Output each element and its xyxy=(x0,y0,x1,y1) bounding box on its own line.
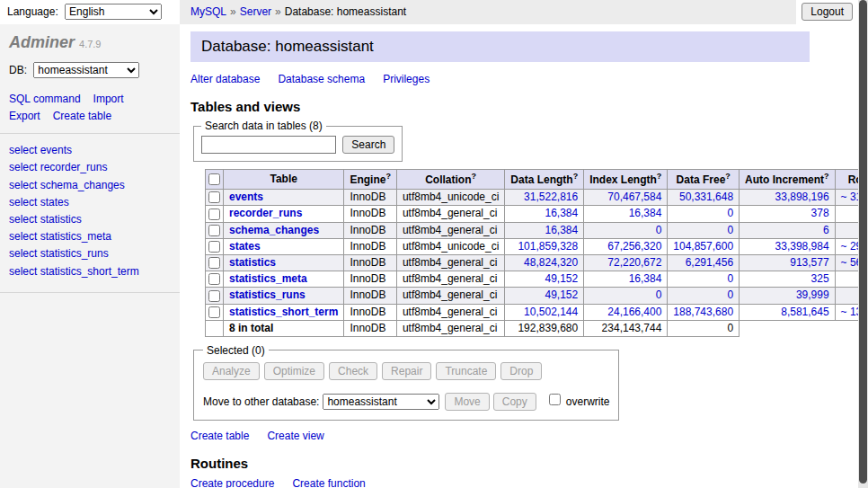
row-checkbox[interactable] xyxy=(208,273,220,285)
data-length-link[interactable]: 16,384 xyxy=(545,207,578,219)
auto-increment-link[interactable]: 6 xyxy=(823,224,829,236)
copy-button[interactable]: Copy xyxy=(493,393,536,411)
auto-increment-link[interactable]: 378 xyxy=(811,207,829,219)
data-free-link[interactable]: 6,291,456 xyxy=(686,256,733,269)
auto-increment-link[interactable]: 8,581,645 xyxy=(781,306,828,318)
data-free-link[interactable]: 104,857,600 xyxy=(673,240,733,253)
table-recorder-runs-link[interactable]: recorder_runs xyxy=(229,207,302,219)
move-db-select[interactable]: homeassistant xyxy=(323,394,439,410)
row-checkbox[interactable] xyxy=(208,290,220,302)
index-length-link[interactable]: 67,256,320 xyxy=(607,240,661,253)
table-schema-changes-link[interactable]: schema_changes xyxy=(229,224,319,236)
data-length-link[interactable]: 10,502,144 xyxy=(524,306,578,318)
bulk-drop-button[interactable]: Drop xyxy=(500,362,542,380)
table-statistics-short-term-link[interactable]: statistics_short_term xyxy=(229,306,338,318)
auto-increment-link[interactable]: 33,898,196 xyxy=(775,191,829,203)
create-function-link[interactable]: Create function xyxy=(292,477,365,488)
bulk-optimize-button[interactable]: Optimize xyxy=(264,362,324,380)
table-statistics-runs-link[interactable]: statistics_runs xyxy=(229,288,306,301)
sidebar-table-item: select statistics_short_term xyxy=(9,263,171,280)
sidebar-select-events-link[interactable]: select events xyxy=(9,144,72,156)
index-length-link[interactable]: 16,384 xyxy=(629,207,662,219)
auto-increment-link[interactable]: 33,398,984 xyxy=(775,240,829,253)
row-checkbox[interactable] xyxy=(208,306,220,318)
sidebar-select-recorder-runs-link[interactable]: select recorder_runs xyxy=(9,161,107,173)
table-events-link[interactable]: events xyxy=(229,191,263,203)
total-data-free-cell: 0 xyxy=(668,320,740,336)
row-checkbox[interactable] xyxy=(208,257,220,269)
create-table-link[interactable]: Create table xyxy=(190,430,249,442)
search-input[interactable] xyxy=(201,136,336,154)
auto-increment-cell: 8,581,645 xyxy=(740,304,836,320)
sidebar-link-import[interactable]: Import xyxy=(93,93,124,105)
privileges-link[interactable]: Privileges xyxy=(383,73,430,85)
data-length-link[interactable]: 49,152 xyxy=(545,288,578,301)
breadcrumb-mysql-link[interactable]: MySQL xyxy=(190,5,226,18)
row-checkbox[interactable] xyxy=(208,191,220,203)
data-free-link[interactable]: 0 xyxy=(727,207,733,219)
auto-increment-link[interactable]: 913,577 xyxy=(790,256,828,269)
row-checkbox[interactable] xyxy=(208,241,220,253)
sidebar-link-create-table[interactable]: Create table xyxy=(53,110,111,122)
index-length-link[interactable]: 0 xyxy=(656,288,662,301)
data-length-link[interactable]: 16,384 xyxy=(545,224,578,236)
row-checkbox[interactable] xyxy=(208,225,220,236)
move-button[interactable]: Move xyxy=(445,393,489,411)
data-free-link[interactable]: 0 xyxy=(727,272,733,285)
auto-increment-link[interactable]: 39,999 xyxy=(796,288,829,301)
data-free-link[interactable]: 0 xyxy=(727,224,733,236)
db-select[interactable]: homeassistant xyxy=(33,62,139,78)
search-button[interactable]: Search xyxy=(342,136,394,154)
scrollbar-thumb[interactable] xyxy=(859,0,867,484)
bulk-check-button[interactable]: Check xyxy=(329,362,377,380)
overwrite-checkbox[interactable] xyxy=(549,394,561,405)
sidebar-select-statistics-short-term-link[interactable]: select statistics_short_term xyxy=(9,265,139,278)
rows-count-link[interactable]: ~ 299,833 xyxy=(841,240,858,253)
index-length-link[interactable]: 0 xyxy=(656,224,662,236)
database-schema-link[interactable]: Database schema xyxy=(278,73,365,85)
table-statistics-link[interactable]: statistics xyxy=(229,256,276,269)
create-view-link[interactable]: Create view xyxy=(267,430,323,442)
rows-count-link[interactable]: ~ 569,159 xyxy=(841,256,858,269)
row-checkbox[interactable] xyxy=(208,209,220,220)
select-all-checkbox[interactable] xyxy=(208,173,220,185)
index-length-link[interactable]: 72,220,672 xyxy=(607,256,661,269)
rows-count-link[interactable]: ~ 312,180 xyxy=(841,191,858,203)
logout-button[interactable]: Logout xyxy=(802,3,853,21)
sidebar-link-sql-command[interactable]: SQL command xyxy=(9,93,81,105)
table-row: recorder_runsInnoDButf8mb4_general_ci16,… xyxy=(206,206,859,222)
alter-database-link[interactable]: Alter database xyxy=(190,73,260,85)
sidebar-select-statistics-runs-link[interactable]: select statistics_runs xyxy=(9,247,109,260)
bulk-repair-button[interactable]: Repair xyxy=(382,362,431,380)
sidebar-select-statistics-meta-link[interactable]: select statistics_meta xyxy=(9,230,111,243)
table-statistics-meta-link[interactable]: statistics_meta xyxy=(229,272,307,285)
create-procedure-link[interactable]: Create procedure xyxy=(190,477,274,488)
table-states-link[interactable]: states xyxy=(229,240,261,253)
bulk-truncate-button[interactable]: Truncate xyxy=(436,362,496,380)
index-length-link[interactable]: 70,467,584 xyxy=(607,191,661,203)
move-label: Move to other database: xyxy=(203,395,319,408)
sidebar-select-schema-changes-link[interactable]: select schema_changes xyxy=(9,179,125,191)
scrollbar[interactable] xyxy=(858,0,868,488)
auto-increment-link[interactable]: 325 xyxy=(811,272,829,285)
selected-buttons: AnalyzeOptimizeCheckRepairTruncateDrop xyxy=(203,362,609,380)
sidebar-link-export[interactable]: Export xyxy=(9,110,40,122)
data-free-link[interactable]: 188,743,680 xyxy=(673,306,733,318)
data-length-link[interactable]: 31,522,816 xyxy=(524,191,578,203)
sidebar-select-states-link[interactable]: select states xyxy=(9,196,69,209)
data-free-link[interactable]: 50,331,648 xyxy=(679,191,733,203)
auto-increment-cell: 39,999 xyxy=(740,288,836,304)
data-length-cell: 49,152 xyxy=(505,271,584,288)
data-length-link[interactable]: 101,859,328 xyxy=(518,240,578,253)
data-free-link[interactable]: 0 xyxy=(727,288,733,301)
data-length-link[interactable]: 48,824,320 xyxy=(524,256,578,269)
collation-cell: utf8mb4_general_ci xyxy=(396,288,504,304)
index-length-link[interactable]: 24,166,400 xyxy=(607,306,661,318)
index-length-link[interactable]: 16,384 xyxy=(629,272,662,285)
breadcrumb-server-link[interactable]: Server xyxy=(240,5,271,18)
data-length-link[interactable]: 49,152 xyxy=(545,272,578,285)
sidebar-select-statistics-link[interactable]: select statistics xyxy=(9,213,82,226)
rows-count-link[interactable]: ~ 136,108 xyxy=(841,306,858,318)
bulk-analyze-button[interactable]: Analyze xyxy=(203,362,260,380)
language-select[interactable]: English xyxy=(65,4,162,20)
